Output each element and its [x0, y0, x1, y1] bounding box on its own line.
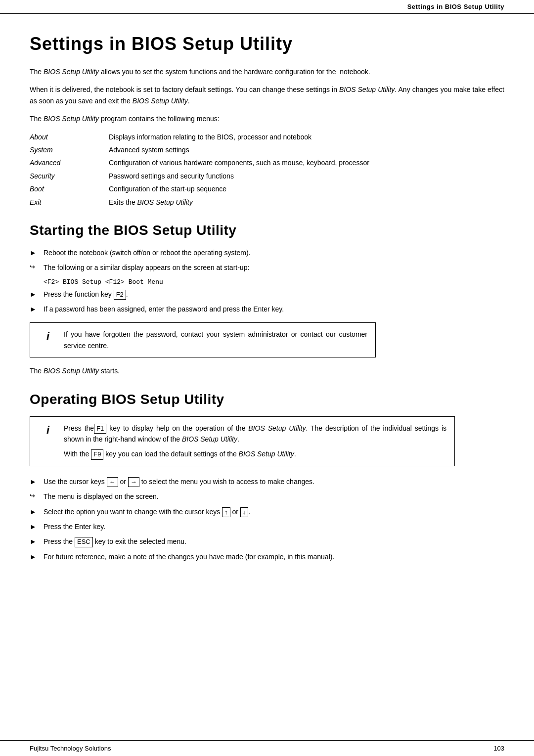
section2-bullet-list: ► Use the cursor keys ← or → to select t… — [30, 476, 504, 562]
arrow-icon-4: ► — [30, 476, 42, 487]
bullet-menu-text: The menu is displayed on the screen. — [44, 491, 159, 502]
bios-italic-4: BIOS Setup Utility — [44, 115, 99, 123]
menu-row-boot: Boot Configuration of the start-up seque… — [30, 183, 504, 194]
bullet-enter-text: Press the Enter key. — [44, 521, 105, 532]
menu-row-security: Security Password settings and security … — [30, 171, 504, 181]
menu-row-advanced: Advanced Configuration of various hardwa… — [30, 157, 504, 168]
menu-key-exit: Exit — [30, 197, 109, 208]
bios-italic-2: BIOS Setup Utility — [339, 86, 395, 93]
f1-key-badge: F1 — [94, 424, 106, 434]
bullet-esc-text: Press the ESC key to exit the selected m… — [44, 536, 186, 547]
bios-italic-3: BIOS Setup Utility — [133, 97, 188, 105]
bullet-esc: ► Press the ESC key to exit the selected… — [30, 536, 504, 547]
bullet-cursor-text: Use the cursor keys ← or → to select the… — [44, 476, 314, 487]
menu-val-boot: Configuration of the start-up sequence — [109, 183, 504, 194]
info-icon-2: i — [38, 424, 58, 437]
section1-bullet-list-2: ► Press the function key F2. ► If a pass… — [30, 289, 504, 315]
bullet-select-text: Select the option you want to change wit… — [44, 506, 250, 517]
menu-val-advanced: Configuration of various hardware compon… — [109, 157, 504, 168]
arrow-icon-8: ► — [30, 551, 42, 562]
bullet-future-ref: ► For future reference, make a note of t… — [30, 551, 504, 562]
bullet-reboot: ► Reboot the notebook (switch off/on or … — [30, 247, 504, 258]
menu-row-about: About Displays information relating to t… — [30, 132, 504, 142]
operating-info-box: i Press theF1 key to display help on the… — [30, 416, 455, 466]
arrow-right-icon-1: ↪ — [30, 262, 42, 272]
menu-val-exit: Exits the BIOS Setup Utility — [109, 197, 504, 208]
arrow-right-icon-2: ↪ — [30, 491, 42, 501]
info-icon-1: i — [38, 330, 58, 343]
arrow-icon-5: ► — [30, 506, 42, 517]
left-key-badge: ← — [107, 477, 118, 487]
menu-key-advanced: Advanced — [30, 157, 109, 168]
right-key-badge: → — [128, 477, 139, 487]
arrow-icon-7: ► — [30, 536, 42, 547]
menu-key-system: System — [30, 144, 109, 155]
menu-row-exit: Exit Exits the BIOS Setup Utility — [30, 197, 504, 208]
page-wrapper: Settings in BIOS Setup Utility Settings … — [0, 0, 534, 756]
bullet-press-f2-text: Press the function key F2. — [44, 289, 128, 300]
menu-row-system: System Advanced system settings — [30, 144, 504, 155]
menu-key-security: Security — [30, 171, 109, 181]
section1-bullet-list: ► Reboot the notebook (switch off/on or … — [30, 247, 504, 273]
bios-italic-5: BIOS Setup Utility — [44, 367, 99, 375]
bullet-password: ► If a password has been assigned, enter… — [30, 304, 504, 314]
bullet-menu-displayed: ↪ The menu is displayed on the screen. — [30, 491, 504, 502]
arrow-icon-3: ► — [30, 304, 42, 314]
menu-val-system: Advanced system settings — [109, 144, 504, 155]
page-footer: Fujitsu Technology Solutions 103 — [0, 740, 534, 756]
footer-company: Fujitsu Technology Solutions — [30, 745, 111, 752]
bullet-select-option: ► Select the option you want to change w… — [30, 506, 504, 517]
f2-key-badge: F2 — [114, 290, 126, 300]
bios-italic-1: BIOS Setup Utility — [44, 68, 99, 76]
arrow-icon-6: ► — [30, 521, 42, 532]
menu-val-security: Password settings and security functions — [109, 171, 504, 181]
main-content: Settings in BIOS Setup Utility The BIOS … — [0, 14, 534, 587]
footer-page-number: 103 — [493, 745, 504, 752]
f9-key-badge: F9 — [91, 449, 103, 459]
menu-key-boot: Boot — [30, 183, 109, 194]
info-text-password: If you have forgotten the password, cont… — [64, 329, 367, 351]
closing-para: The BIOS Setup Utility starts. — [30, 365, 504, 376]
arrow-icon-1: ► — [30, 247, 42, 258]
header-title: Settings in BIOS Setup Utility — [407, 3, 504, 10]
bullet-display: ↪ The following or a similar display app… — [30, 262, 504, 273]
intro-para2: When it is delivered, the notebook is se… — [30, 84, 504, 106]
section2-title: Operating BIOS Setup Utility — [30, 392, 504, 407]
bullet-enter: ► Press the Enter key. — [30, 521, 504, 532]
main-title: Settings in BIOS Setup Utility — [30, 34, 504, 54]
bullet-cursor-keys: ► Use the cursor keys ← or → to select t… — [30, 476, 504, 487]
info-box-password: i If you have forgotten the password, co… — [30, 322, 376, 357]
bullet-reboot-text: Reboot the notebook (switch off/on or re… — [44, 247, 250, 258]
bullet-password-text: If a password has been assigned, enter t… — [44, 304, 284, 314]
menu-val-about: Displays information relating to the BIO… — [109, 132, 504, 142]
menu-key-about: About — [30, 132, 109, 142]
intro-para3: The BIOS Setup Utility program contains … — [30, 113, 504, 124]
bullet-display-text: The following or a similar display appea… — [44, 262, 249, 273]
bullet-press-f2: ► Press the function key F2. — [30, 289, 504, 300]
operating-info-text: Press theF1 key to display help on the o… — [64, 423, 446, 460]
code-bios-setup: <F2> BIOS Setup <F12> Boot Menu — [44, 278, 504, 286]
esc-key-badge: ESC — [75, 537, 93, 547]
intro-para1: The BIOS Setup Utility allows you to set… — [30, 66, 504, 77]
section1-title: Starting the BIOS Setup Utility — [30, 222, 504, 238]
arrow-icon-2: ► — [30, 289, 42, 300]
down-key-badge: ↓ — [240, 507, 249, 517]
bullet-future-text: For future reference, make a note of the… — [44, 551, 334, 562]
up-key-badge: ↑ — [222, 507, 230, 517]
page-header: Settings in BIOS Setup Utility — [0, 0, 534, 14]
menu-table: About Displays information relating to t… — [30, 132, 504, 208]
